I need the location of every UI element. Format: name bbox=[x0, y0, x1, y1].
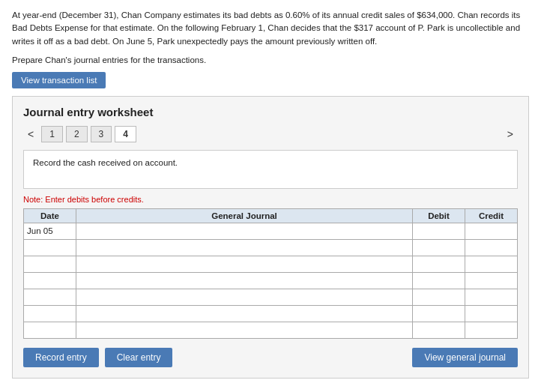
intro-paragraph: At year-end (December 31), Chan Company … bbox=[12, 9, 529, 48]
credit-input-0[interactable] bbox=[465, 223, 517, 239]
general-journal-input-4[interactable] bbox=[76, 289, 412, 305]
col-header-credit: Credit bbox=[465, 208, 518, 223]
debit-input-4[interactable] bbox=[413, 289, 465, 305]
credit-input-3[interactable] bbox=[465, 273, 517, 289]
table-row bbox=[24, 322, 518, 338]
instruction-box: Record the cash received on account. bbox=[23, 150, 518, 189]
credit-input-5[interactable] bbox=[465, 306, 517, 322]
journal-table: Date General Journal Debit Credit Jun 05 bbox=[23, 208, 518, 339]
date-cell-1 bbox=[24, 239, 76, 256]
debit-input-2[interactable] bbox=[413, 256, 465, 272]
credit-input-4[interactable] bbox=[465, 289, 517, 305]
tab-3[interactable]: 3 bbox=[91, 126, 112, 142]
tab-4[interactable]: 4 bbox=[115, 126, 136, 142]
credit-cell-6[interactable] bbox=[465, 322, 518, 338]
tab-arrow-right[interactable]: > bbox=[503, 127, 518, 142]
general-journal-input-1[interactable] bbox=[76, 240, 412, 256]
tabs-row: < 1 2 3 4 > bbox=[23, 126, 518, 142]
debit-input-3[interactable] bbox=[413, 273, 465, 289]
credit-input-1[interactable] bbox=[465, 240, 517, 256]
general-journal-input-5[interactable] bbox=[76, 306, 412, 322]
view-transaction-button[interactable]: View transaction list bbox=[12, 72, 106, 88]
debit-input-5[interactable] bbox=[413, 306, 465, 322]
table-row: Jun 05 bbox=[24, 223, 518, 239]
record-entry-button[interactable]: Record entry bbox=[23, 348, 99, 367]
debit-input-0[interactable] bbox=[413, 223, 465, 239]
general-journal-cell-2[interactable] bbox=[76, 256, 413, 272]
worksheet-title: Journal entry worksheet bbox=[23, 106, 518, 118]
credit-input-6[interactable] bbox=[465, 322, 517, 338]
clear-entry-button[interactable]: Clear entry bbox=[105, 348, 173, 367]
tab-arrow-left[interactable]: < bbox=[23, 127, 38, 142]
table-row bbox=[24, 256, 518, 272]
general-journal-input-3[interactable] bbox=[76, 273, 412, 289]
credit-cell-0[interactable] bbox=[465, 223, 518, 239]
general-journal-cell-5[interactable] bbox=[76, 305, 413, 322]
tab-1[interactable]: 1 bbox=[41, 126, 63, 142]
date-cell-5 bbox=[24, 305, 76, 322]
table-row bbox=[24, 289, 518, 305]
general-journal-cell-0[interactable] bbox=[76, 223, 413, 239]
date-cell-2 bbox=[24, 256, 76, 272]
table-row bbox=[24, 239, 518, 256]
debit-input-1[interactable] bbox=[413, 240, 465, 256]
note-text: Note: Enter debits before credits. bbox=[23, 195, 518, 204]
table-row bbox=[24, 305, 518, 322]
table-row bbox=[24, 272, 518, 289]
general-journal-input-2[interactable] bbox=[76, 256, 412, 272]
general-journal-cell-1[interactable] bbox=[76, 239, 413, 256]
credit-cell-2[interactable] bbox=[465, 256, 518, 272]
date-cell-3 bbox=[24, 272, 76, 289]
general-journal-cell-6[interactable] bbox=[76, 322, 413, 338]
credit-cell-1[interactable] bbox=[465, 239, 518, 256]
general-journal-input-0[interactable] bbox=[76, 223, 412, 239]
col-header-date: Date bbox=[24, 208, 76, 223]
credit-cell-5[interactable] bbox=[465, 305, 518, 322]
debit-cell-3[interactable] bbox=[413, 272, 465, 289]
col-header-debit: Debit bbox=[413, 208, 465, 223]
general-journal-cell-3[interactable] bbox=[76, 272, 413, 289]
general-journal-input-6[interactable] bbox=[76, 322, 412, 338]
debit-input-6[interactable] bbox=[413, 322, 465, 338]
debit-cell-0[interactable] bbox=[413, 223, 465, 239]
date-cell-0: Jun 05 bbox=[24, 223, 76, 239]
credit-cell-4[interactable] bbox=[465, 289, 518, 305]
debit-cell-6[interactable] bbox=[413, 322, 465, 338]
tab-2[interactable]: 2 bbox=[66, 126, 88, 142]
date-cell-6 bbox=[24, 322, 76, 338]
view-general-journal-button[interactable]: View general journal bbox=[412, 348, 518, 367]
prompt-text: Prepare Chan's journal entries for the t… bbox=[12, 55, 529, 64]
credit-cell-3[interactable] bbox=[465, 272, 518, 289]
date-cell-4 bbox=[24, 289, 76, 305]
general-journal-cell-4[interactable] bbox=[76, 289, 413, 305]
worksheet-container: Journal entry worksheet < 1 2 3 4 > Reco… bbox=[12, 96, 529, 379]
credit-input-2[interactable] bbox=[465, 256, 517, 272]
debit-cell-2[interactable] bbox=[413, 256, 465, 272]
col-header-general: General Journal bbox=[76, 208, 413, 223]
debit-cell-5[interactable] bbox=[413, 305, 465, 322]
debit-cell-4[interactable] bbox=[413, 289, 465, 305]
buttons-row: Record entry Clear entry View general jo… bbox=[23, 348, 518, 367]
debit-cell-1[interactable] bbox=[413, 239, 465, 256]
